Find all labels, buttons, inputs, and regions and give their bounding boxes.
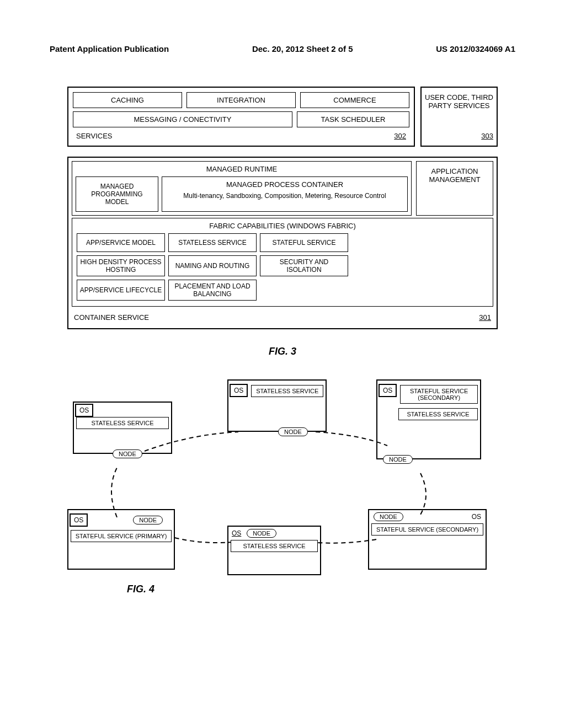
header-center: Dec. 20, 2012 Sheet 2 of 5 — [252, 44, 353, 53]
box-caching: CACHING — [73, 92, 182, 108]
figure-3: CACHING INTEGRATION COMMERCE MESSAGING /… — [67, 87, 498, 329]
node-pill: NODE — [374, 512, 403, 521]
user-code-text: USER CODE, THIRD PARTY SERVICES — [425, 93, 493, 110]
container-service-ref: 301 — [479, 313, 491, 322]
stateless-service: STATELESS SERVICE — [251, 385, 323, 397]
page-header: Patent Application Publication Dec. 20, … — [50, 44, 515, 53]
os-label: OS — [232, 529, 241, 537]
fabric-cell: APP/SERVICE MODEL — [77, 233, 165, 252]
mpc-desc: Multi-tenancy, Sandboxing, Composition, … — [166, 192, 404, 200]
fabric-cell: HIGH DENSITY PROCESS HOSTING — [77, 255, 165, 276]
user-code-ref: 303 — [481, 132, 493, 140]
node-pill: NODE — [113, 449, 142, 458]
services-label: SERVICES — [76, 132, 113, 140]
node-pill: NODE — [383, 455, 413, 464]
os-label: OS — [75, 404, 93, 417]
mpc-title: MANAGED PROCESS CONTAINER — [166, 180, 404, 189]
fabric-cell: PLACEMENT AND LOAD BALANCING — [168, 280, 257, 301]
fabric-title: FABRIC CAPABILITIES (WINDOWS FABRIC) — [77, 222, 488, 230]
node-box: NODE OS STATEFUL SERVICE (SECONDARY) — [368, 509, 487, 570]
node-box: OS STATEFUL SERVICE (SECONDARY) STATELES… — [376, 379, 481, 459]
box-task-scheduler: TASK SCHEDULER — [297, 111, 409, 127]
fabric-cell: SECURITY AND ISOLATION — [260, 255, 348, 276]
user-code-block: USER CODE, THIRD PARTY SERVICES 303 — [420, 87, 498, 147]
node-box: OS STATELESS SERVICE NODE — [227, 379, 327, 432]
fabric-cell: STATEFUL SERVICE — [260, 233, 348, 252]
header-left: Patent Application Publication — [50, 44, 169, 53]
box-commerce: COMMERCE — [300, 92, 409, 108]
managed-programming-model: MANAGED PROGRAMMING MODEL — [76, 176, 158, 212]
stateful-service-secondary: STATEFUL SERVICE (SECONDARY) — [400, 385, 478, 404]
os-label: OS — [70, 513, 88, 527]
figure-4-caption: FIG. 4 — [127, 584, 515, 595]
box-messaging: MESSAGING / CONECTIVITY — [73, 111, 292, 127]
container-service-block: MANAGED RUNTIME MANAGED PROGRAMMING MODE… — [67, 157, 498, 329]
services-block: CACHING INTEGRATION COMMERCE MESSAGING /… — [67, 87, 415, 147]
node-pill: NODE — [247, 529, 276, 538]
node-box: OS STATELESS SERVICE NODE — [73, 402, 172, 454]
os-label: OS — [472, 513, 481, 521]
fabric-cell: STATELESS SERVICE — [168, 233, 257, 252]
managed-process-container: MANAGED PROCESS CONTAINER Multi-tenancy,… — [162, 176, 408, 212]
figure-3-caption: FIG. 3 — [50, 346, 515, 357]
node-pill: NODE — [133, 516, 163, 524]
managed-runtime: MANAGED RUNTIME MANAGED PROGRAMMING MODE… — [72, 161, 412, 216]
stateless-service: STATELESS SERVICE — [76, 417, 169, 429]
node-box: OS NODE STATEFUL SERVICE (PRIMARY) — [67, 509, 175, 570]
application-management: APPLICATION MANAGEMENT — [416, 161, 493, 216]
box-integration: INTEGRATION — [186, 92, 296, 108]
fabric-cell: NAMING AND ROUTING — [168, 255, 257, 276]
header-right: US 2012/0324069 A1 — [436, 44, 515, 53]
stateless-service: STATELESS SERVICE — [231, 540, 318, 552]
fabric-cell: APP/SERVICE LIFECYCLE — [77, 280, 165, 301]
node-pill: NODE — [278, 427, 308, 436]
stateless-service: STATELESS SERVICE — [398, 408, 478, 420]
container-service-label: CONTAINER SERVICE — [74, 313, 149, 322]
services-ref: 302 — [394, 132, 406, 140]
node-box: OS NODE STATELESS SERVICE — [227, 526, 321, 575]
figure-4: OS STATELESS SERVICE NODE OS STATELESS S… — [67, 379, 498, 578]
os-label: OS — [230, 384, 248, 397]
os-label: OS — [379, 384, 397, 397]
stateful-service-secondary: STATEFUL SERVICE (SECONDARY) — [371, 523, 483, 536]
stateful-service-primary: STATEFUL SERVICE (PRIMARY) — [71, 530, 172, 542]
fabric-capabilities: FABRIC CAPABILITIES (WINDOWS FABRIC) APP… — [72, 218, 493, 307]
managed-runtime-title: MANAGED RUNTIME — [76, 165, 408, 173]
